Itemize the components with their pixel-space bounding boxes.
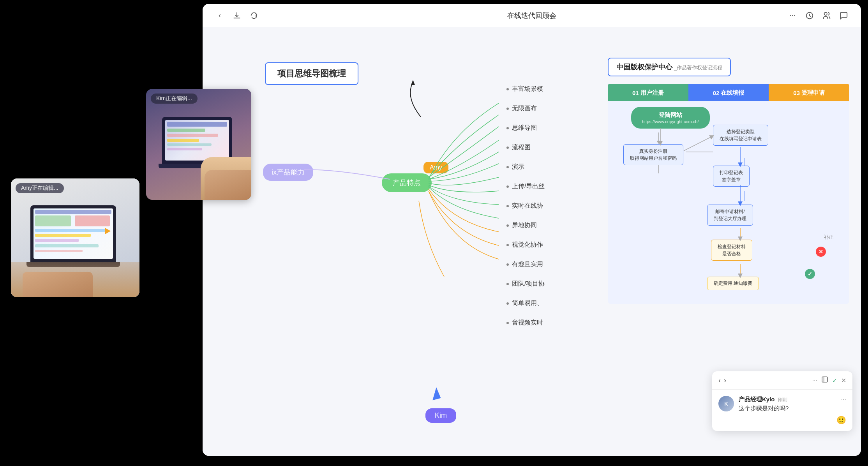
more-dots-icon[interactable]: ··· (787, 10, 798, 21)
copyright-subtitle: _作品著作权登记流程 (674, 64, 722, 71)
feature-item-1: 丰富场景模 (506, 85, 545, 93)
red-x-indicator: ✕ (816, 247, 826, 257)
chat-avatar: K (718, 396, 734, 411)
page-title: 在线迭代回顾会 (507, 11, 556, 20)
feature-text-0: 丰富场景模 (512, 85, 543, 92)
hand-overlay (201, 157, 251, 200)
back-icon[interactable]: ‹ (214, 10, 225, 21)
kim-video-label: Kim正在编辑... (151, 94, 198, 104)
svg-point-1 (824, 12, 827, 15)
feature-item-7: 实时在线协 (506, 202, 545, 210)
copyright-section: 中国版权保护中心 _作品著作权登记流程 01 用户注册 02 在线填报 03 受… (608, 58, 849, 319)
cursor-amy-label: Amy (423, 162, 448, 173)
chat-close-icon[interactable]: ✕ (841, 377, 846, 384)
step-1: 01 用户注册 (608, 84, 688, 101)
feature-text-2: 思维导图 (512, 124, 537, 131)
flow-login-label: 登陆网站 (642, 111, 699, 119)
feature-item-11: 团队/项目协 (506, 280, 545, 288)
kim-label-text: Kim (435, 411, 447, 419)
feature-item-12: 简单易用、 (506, 299, 545, 307)
step-2-num: 02 (713, 90, 720, 96)
chat-header-right: ··· ✓ ✕ (812, 376, 846, 385)
svg-line-10 (684, 136, 712, 151)
step-2-label: 在线填报 (721, 89, 744, 97)
amy-video-label: Amy正在编辑... (16, 183, 64, 193)
chat-more-icon[interactable]: ··· (812, 377, 817, 384)
svg-marker-2 (411, 80, 415, 85)
flow-box-select-type: 选择登记类型 在线填写登记申请表 (713, 125, 768, 146)
titlebar: ‹ 在线迭代回顾会 ··· (203, 4, 861, 27)
feature-item-10: 有趣且实用 (506, 260, 545, 268)
titlebar-left: ‹ (214, 10, 259, 21)
flow-box-print: 打印登记表 签字盖章 (713, 166, 750, 187)
feature-text-5: 上传/导出丝 (512, 183, 545, 189)
step-2: 02 在线填报 (688, 84, 769, 101)
feature-item-13: 音视频实时 (506, 319, 545, 327)
sync-icon[interactable] (249, 10, 259, 21)
feature-text-10: 团队/项目协 (512, 280, 545, 287)
feature-text-3: 流程图 (512, 144, 531, 150)
node-features-text: 产品特点 (393, 179, 421, 187)
feature-text-6: 实时在线协 (512, 202, 543, 209)
feature-item-2: 无限画布 (506, 104, 545, 113)
chat-body: K 产品经理Kylo 刚刚 ··· 这个步骤是对的吗? 🙂 (712, 390, 852, 431)
feature-item-9: 视觉化协作 (506, 241, 545, 249)
users-icon[interactable] (821, 10, 832, 21)
step-1-num: 01 (632, 90, 639, 96)
chat-header-left: ‹ › (718, 376, 726, 385)
chat-time: 刚刚 (778, 397, 787, 403)
step-1-label: 用户注册 (640, 89, 664, 97)
chat-expand-icon[interactable] (821, 376, 828, 385)
chat-check-icon[interactable]: ✓ (832, 377, 837, 384)
flow-box-login: 登陆网站 https://www.copyright.com.ch/ (631, 107, 710, 129)
feature-text-9: 有趣且实用 (512, 261, 543, 267)
feature-item-6: 上传/导出丝 (506, 182, 545, 191)
svg-rect-15 (822, 377, 827, 382)
step-3-num: 03 (793, 90, 800, 96)
flow-box-check: 检查登记材料 是否合格 (711, 240, 752, 261)
feature-items-list: 丰富场景模 无限画布 思维导图 流程图 演示 上传/导出丝 实时在线协 异地协同… (506, 85, 545, 327)
node-product-ability: ix产品能力 (263, 164, 313, 181)
mindmap-title-text: 项目思维导图梳理 (277, 69, 346, 78)
copyright-title: 中国版权保护中心 (616, 62, 672, 72)
kim-video-bg (146, 89, 251, 200)
chat-emoji-btn[interactable]: 🙂 (739, 415, 846, 425)
chat-nav-next[interactable]: › (724, 376, 726, 385)
feature-text-1: 无限画布 (512, 105, 537, 111)
flow-area: 登陆网站 https://www.copyright.com.ch/ 真实身份注… (608, 101, 849, 304)
flow-box-mail: 邮寄申请材料/ 到登记大厅办理 (707, 205, 753, 226)
flow-box-register: 真实身份注册 取得网站用户名和密码 (623, 144, 683, 165)
chat-popup: ‹ › ··· ✓ ✕ K 产品经理Kylo 刚刚 ··· (712, 371, 852, 431)
chat-header: ‹ › ··· ✓ ✕ (712, 371, 852, 390)
chat-msg-top: 产品经理Kylo 刚刚 ··· (739, 396, 846, 403)
video-panel-kim: Kim正在编辑... (146, 89, 251, 200)
chat-message: K 产品经理Kylo 刚刚 ··· 这个步骤是对的吗? 🙂 (718, 396, 846, 425)
feature-text-12: 音视频实时 (512, 319, 543, 326)
node-product-features: 产品特点 (382, 173, 432, 192)
node-ability-text: ix产品能力 (272, 168, 305, 176)
download-icon[interactable] (231, 10, 242, 21)
feature-item-8: 异地协同 (506, 221, 545, 229)
chat-msg-right: 产品经理Kylo 刚刚 ··· 这个步骤是对的吗? 🙂 (739, 396, 846, 425)
mindmap-title-box: 项目思维导图梳理 (265, 62, 358, 85)
cursor-kim-label: Kim (425, 408, 456, 423)
titlebar-right: ··· (787, 10, 849, 21)
timer-icon[interactable] (804, 10, 815, 21)
comment-icon[interactable] (838, 10, 849, 21)
chat-message-text: 这个步骤是对的吗? (739, 405, 846, 412)
feature-text-4: 演示 (512, 163, 524, 170)
amy-video-label-text: Amy正在编辑... (21, 185, 58, 191)
feature-text-8: 视觉化协作 (512, 241, 543, 248)
steps-bar: 01 用户注册 02 在线填报 03 受理申请 (608, 84, 849, 101)
chat-nav-prev[interactable]: ‹ (718, 376, 721, 385)
cursor-arrow-kim (431, 388, 439, 399)
feature-item-3: 思维导图 (506, 124, 545, 132)
supplement-label: 补正 (824, 234, 834, 241)
step-3: 03 受理申请 (769, 84, 849, 101)
feature-item-4: 流程图 (506, 143, 545, 152)
kim-video-label-text: Kim正在编辑... (156, 95, 192, 101)
amy-label-text: Amy (430, 164, 442, 171)
amy-laptop-mockup (30, 205, 120, 267)
chat-msg-more[interactable]: ··· (841, 396, 846, 403)
green-check-indicator: ✓ (805, 269, 815, 279)
